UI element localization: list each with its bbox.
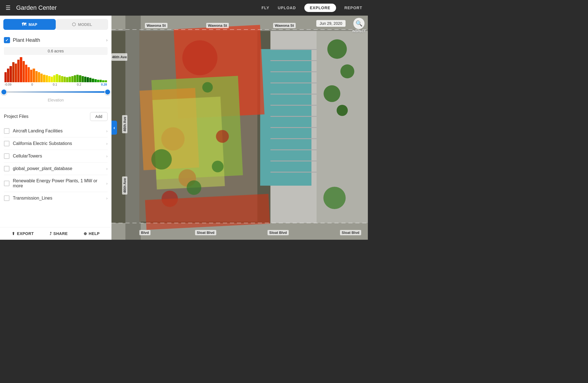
- histogram-bar: [92, 79, 94, 83]
- range-min-label: -0.09: [4, 83, 11, 86]
- view-toggle: 🗺 MAP ⬡ MODEL: [0, 16, 111, 33]
- histogram-bar: [17, 60, 20, 82]
- transmission-chevron: ›: [106, 196, 108, 200]
- histogram-bar: [15, 64, 17, 83]
- renewable-chevron: ›: [106, 181, 108, 186]
- plant-health-header[interactable]: Plant Health ›: [4, 33, 108, 47]
- elevation-label: Elevation: [4, 98, 108, 102]
- histogram-bar: [23, 61, 25, 83]
- nav-report[interactable]: REPORT: [344, 6, 362, 10]
- plant-health-checkbox[interactable]: [4, 37, 10, 43]
- histogram-bar: [38, 72, 40, 82]
- sidebar-footer: ⬆ EXPORT ⤴ SHARE ⊕ HELP: [0, 227, 111, 240]
- nav-explore[interactable]: EXPLORE: [304, 4, 336, 12]
- project-files-title: Project Files: [4, 114, 28, 119]
- menu-icon[interactable]: ☰: [6, 4, 11, 11]
- road-label-wawona3: Wawona St: [273, 23, 296, 28]
- histogram-bar: [46, 75, 48, 82]
- transmission-label: Transmission_Lines: [13, 196, 103, 201]
- histogram-bar: [61, 76, 63, 83]
- histogram-bar: [71, 76, 74, 83]
- road-label-46th1: 46th Ave: [111, 53, 127, 61]
- histogram-bar: [20, 57, 22, 82]
- cellular-chevron: ›: [106, 154, 108, 158]
- histogram-bar: [79, 75, 81, 82]
- histogram-bar: [43, 75, 45, 82]
- ca-electric-checkbox[interactable]: [4, 141, 9, 146]
- renewable-checkbox[interactable]: [4, 181, 9, 186]
- map-area[interactable]: Jun 29, 2020 🔍 INSPECT Wawona St Wawona …: [111, 16, 368, 240]
- power-plant-chevron: ›: [106, 166, 108, 171]
- transmission-checkbox[interactable]: [4, 195, 9, 201]
- ca-electric-label: California Electric Substations: [13, 141, 103, 146]
- road-label-sloat2: Sloat Blvd: [268, 230, 289, 235]
- share-icon: ⤴: [50, 231, 52, 236]
- project-files-header: Project Files Add: [4, 112, 108, 121]
- range-zero-label: 0: [31, 83, 33, 86]
- nav-fly[interactable]: FLY: [261, 6, 269, 10]
- range-02-label: 0.2: [77, 83, 81, 86]
- list-item[interactable]: California Electric Substations ›: [4, 137, 108, 150]
- aircraft-checkbox[interactable]: [4, 128, 9, 134]
- export-button[interactable]: ⬆ EXPORT: [12, 231, 34, 236]
- range-slider[interactable]: [4, 89, 108, 94]
- histogram-bar: [76, 75, 79, 82]
- histogram-bar: [35, 71, 38, 83]
- collapse-sidebar-button[interactable]: [111, 121, 117, 135]
- histogram-bar: [33, 69, 35, 83]
- add-files-button[interactable]: Add: [90, 112, 108, 121]
- histogram-bar: [66, 77, 68, 82]
- app-header: ☰ Garden Center FLY UPLOAD EXPLORE REPOR…: [0, 0, 368, 16]
- histogram-bar: [82, 76, 84, 83]
- list-item[interactable]: Aircraft Landing Facilities ›: [4, 125, 108, 137]
- histogram-bar: [74, 75, 76, 82]
- histogram: -0.09 0 0.1 0.2 0.28: [4, 57, 108, 86]
- app-title: Garden Center: [16, 4, 261, 11]
- histogram-bar: [97, 80, 99, 82]
- plant-health-label: Plant Health: [13, 37, 103, 43]
- inspect-label: INSPECT: [352, 30, 366, 33]
- histogram-bar: [30, 70, 32, 82]
- help-button[interactable]: ⊕ HELP: [84, 231, 100, 236]
- list-item[interactable]: global_power_plant_database ›: [4, 163, 108, 175]
- map-view-button[interactable]: 🗺 MAP: [3, 19, 56, 30]
- map-icon: 🗺: [22, 22, 26, 27]
- map-canvas: [111, 16, 368, 240]
- histogram-labels: -0.09 0 0.1 0.2 0.28: [4, 83, 108, 86]
- histogram-bar: [64, 77, 66, 82]
- histogram-bar: [87, 77, 89, 82]
- slider-thumb-right[interactable]: [105, 89, 111, 95]
- histogram-bar: [12, 62, 14, 82]
- list-item[interactable]: Transmission_Lines ›: [4, 192, 108, 204]
- slider-track: [4, 91, 108, 93]
- histogram-bar: [59, 75, 61, 82]
- help-label: HELP: [89, 231, 99, 236]
- renewable-label: Renewable Energy Power Plants, 1 MW or m…: [13, 178, 103, 188]
- road-label-blvd: Blvd: [139, 230, 150, 235]
- road-label-46th3: 46th Ave: [122, 176, 127, 195]
- histogram-bar: [99, 80, 102, 82]
- map-date-label: Jun 29, 2020: [316, 20, 346, 27]
- slider-thumb-left[interactable]: [1, 89, 7, 95]
- export-icon: ⬆: [12, 231, 15, 236]
- cellular-checkbox[interactable]: [4, 153, 9, 159]
- histogram-bar: [69, 77, 71, 82]
- model-view-button[interactable]: ⬡ MODEL: [56, 19, 108, 30]
- nav-upload[interactable]: UPLOAD: [278, 6, 296, 10]
- model-icon: ⬡: [72, 22, 76, 27]
- range-01-label: 0.1: [53, 83, 57, 86]
- histogram-bar: [7, 69, 9, 83]
- share-label: SHARE: [54, 231, 68, 236]
- inspect-button[interactable]: 🔍 INSPECT: [352, 18, 366, 33]
- histogram-bar: [40, 74, 43, 83]
- power-plant-checkbox[interactable]: [4, 166, 9, 171]
- histogram-bar: [94, 79, 97, 82]
- project-files: Project Files Add Aircraft Landing Facil…: [0, 108, 111, 227]
- list-item[interactable]: CellularTowers ›: [4, 150, 108, 163]
- road-label-sloat1: Sloat Blvd: [195, 230, 216, 235]
- histogram-bar: [105, 80, 107, 82]
- inspect-icon: 🔍: [353, 18, 365, 29]
- plant-health-section: Plant Health › 0.6 acres -0.09 0 0.1 0.2…: [0, 33, 111, 108]
- share-button[interactable]: ⤴ SHARE: [50, 231, 68, 236]
- list-item[interactable]: Renewable Energy Power Plants, 1 MW or m…: [4, 175, 108, 192]
